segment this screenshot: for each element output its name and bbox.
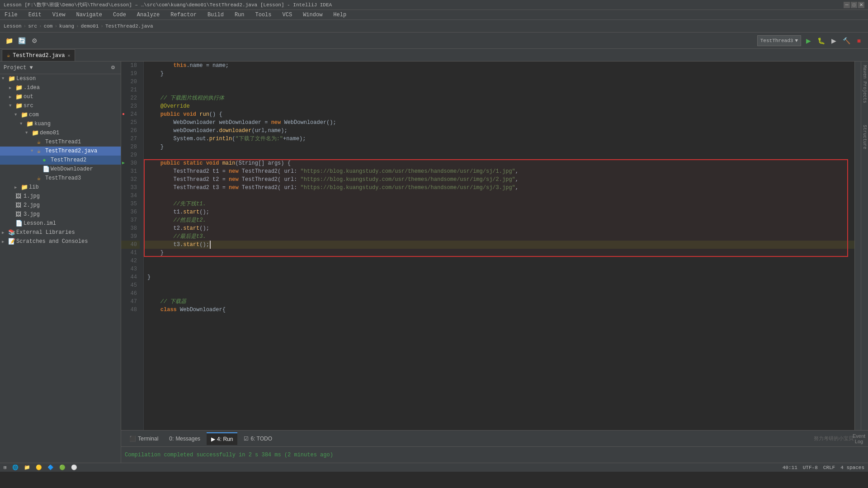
build-button[interactable]: 🔨: [841, 35, 852, 46]
close-button[interactable]: ✕: [858, 2, 864, 8]
breadcrumb-demo01[interactable]: demo01: [81, 24, 99, 29]
code-line-31[interactable]: TestThread2 t1 = new TestThread2( url: "…: [144, 167, 854, 175]
sidebar-item-demo01[interactable]: ▼ 📁 demo01: [0, 128, 121, 137]
sidebar-item-2jpg[interactable]: 🖼 2.jpg: [0, 201, 121, 210]
code-line-20[interactable]: [144, 78, 854, 86]
menu-refactor[interactable]: Refactor: [168, 11, 199, 19]
sidebar-item-external-libraries[interactable]: ▶ 📚 External Libraries: [0, 228, 121, 237]
breadcrumb-lesson[interactable]: Lesson: [4, 24, 22, 29]
sidebar-item-out[interactable]: ▶ 📁 out: [0, 92, 121, 101]
code-line-28[interactable]: }: [144, 143, 854, 151]
sidebar-item-src[interactable]: ▼ 📁 src: [0, 101, 121, 110]
sidebar-item-lib[interactable]: ▶ 📁 lib: [0, 183, 121, 192]
menu-window[interactable]: Window: [300, 11, 325, 19]
menu-build[interactable]: Build: [205, 11, 226, 19]
menu-edit[interactable]: Edit: [26, 11, 44, 19]
code-line-21[interactable]: [144, 86, 854, 94]
todo-tab[interactable]: ☑ 6: TODO: [239, 432, 277, 445]
code-line-43[interactable]: [144, 265, 854, 273]
breadcrumb-src[interactable]: src: [28, 24, 37, 29]
debug-button[interactable]: 🐛: [816, 35, 826, 46]
status-left: ⊞ 🌐 📁 🟡 🔷 🟢 ⚪: [4, 464, 77, 470]
code-line-33[interactable]: TestThread2 t3 = new TestThread2( url: "…: [144, 184, 854, 192]
code-editor[interactable]: 18 19 20 21 22 23 ● 24 25 26 27 28 29 ▶ …: [121, 62, 868, 430]
tab-testthread2[interactable]: ☕ TestThread2.java ✕: [2, 49, 75, 61]
code-line-37[interactable]: //然后是t2.: [144, 216, 854, 224]
sidebar-item-lesson-iml[interactable]: 📄 Lesson.iml: [0, 219, 121, 228]
sidebar-item-testthread2-class[interactable]: ● TestThread2: [0, 156, 121, 165]
code-line-41[interactable]: }: [144, 249, 854, 257]
sidebar-item-3jpg[interactable]: 🖼 3.jpg: [0, 210, 121, 219]
event-log-btn[interactable]: Event Log: [854, 433, 864, 444]
code-line-48[interactable]: class WebDownloader{: [144, 306, 854, 314]
maven-projects-panel-label[interactable]: Maven Projects: [862, 65, 867, 103]
breadcrumb-com[interactable]: com: [44, 24, 53, 29]
sidebar-tree: ▼ 📁 Lesson ▶ 📁 .idea ▶ 📁 out ▼ 📁 src ▼: [0, 74, 121, 463]
tab-bar: ☕ TestThread2.java ✕: [0, 49, 868, 62]
code-line-27[interactable]: System.out.println("下载了文件名为:"+name);: [144, 135, 854, 143]
menu-vcs[interactable]: VCS: [280, 11, 295, 19]
code-line-22[interactable]: // 下载图片线程的执行体: [144, 94, 854, 102]
tab-close-icon[interactable]: ✕: [67, 53, 70, 58]
code-line-40[interactable]: t3.start();: [144, 241, 854, 249]
code-line-39[interactable]: //最后是t3.: [144, 232, 854, 241]
code-line-45[interactable]: [144, 281, 854, 289]
chevron-down-icon: ▼: [795, 38, 798, 43]
bottom-toolbar: ⬛ Terminal 0: Messages ▶ 4: Run ☑ 6: TOD…: [121, 430, 868, 446]
code-line-25[interactable]: WebDownloader webDownloader = new WebDow…: [144, 118, 854, 127]
taskbar-app3: 🟢: [59, 464, 66, 470]
menu-analyze[interactable]: Analyze: [134, 11, 162, 19]
code-content[interactable]: this.name = name; } // 下载图片线程的执行体 @Overr…: [144, 62, 854, 430]
menu-run[interactable]: Run: [232, 11, 247, 19]
menu-view[interactable]: View: [50, 11, 68, 19]
stop-button[interactable]: ■: [854, 35, 864, 46]
terminal-tab[interactable]: ⬛ Terminal: [125, 432, 163, 445]
code-line-34[interactable]: [144, 192, 854, 200]
messages-tab[interactable]: 0: Messages: [165, 432, 205, 445]
code-line-26[interactable]: webDownloader.downloader(url,name);: [144, 127, 854, 135]
menu-file[interactable]: File: [2, 11, 20, 19]
code-line-36[interactable]: t1.start();: [144, 208, 854, 216]
sidebar-settings-btn[interactable]: ⚙: [109, 64, 117, 72]
code-line-38[interactable]: t2.start();: [144, 224, 854, 232]
expand-icon: ▼: [2, 76, 7, 81]
sidebar-item-lesson[interactable]: ▼ 📁 Lesson: [0, 74, 121, 83]
refresh-btn[interactable]: 🔄: [16, 35, 27, 46]
menu-tools[interactable]: Tools: [253, 11, 274, 19]
breadcrumb-file[interactable]: TestThread2.java: [105, 24, 153, 29]
structure-panel-label[interactable]: Structure: [862, 125, 867, 149]
sidebar-item-kuang[interactable]: ▼ 📁 kuang: [0, 119, 121, 128]
code-line-32[interactable]: TestThread2 t2 = new TestThread2( url: "…: [144, 175, 854, 184]
code-line-35[interactable]: //先下线t1.: [144, 200, 854, 208]
menu-help[interactable]: Help: [330, 11, 349, 19]
code-line-18[interactable]: this.name = name;: [144, 62, 854, 70]
sidebar-item-testthread2-java[interactable]: ▼ ☕ TestThread2.java: [0, 147, 121, 156]
code-line-23[interactable]: @Override: [144, 102, 854, 110]
run-tab[interactable]: ▶ 4: Run: [207, 432, 237, 445]
menu-navigate[interactable]: Navigate: [73, 11, 105, 19]
code-line-29[interactable]: [144, 151, 854, 159]
minimize-button[interactable]: ─: [844, 2, 850, 8]
sidebar-item-idea[interactable]: ▶ 📁 .idea: [0, 83, 121, 92]
sidebar-item-testthread1[interactable]: ☕ TestThread1: [0, 137, 121, 147]
maximize-button[interactable]: □: [851, 2, 857, 8]
project-icon-btn[interactable]: 📁: [4, 35, 14, 46]
run-config-selector[interactable]: TestThread3 ▼: [757, 35, 801, 46]
sidebar-item-com[interactable]: ▼ 📁 com: [0, 110, 121, 119]
coverage-button[interactable]: ▶: [828, 35, 839, 46]
code-line-19[interactable]: }: [144, 70, 854, 78]
sidebar-item-testthread3[interactable]: ☕ TestThread3: [0, 174, 121, 183]
menu-code[interactable]: Code: [110, 11, 129, 19]
code-line-46[interactable]: [144, 289, 854, 298]
settings-btn[interactable]: ⚙: [29, 35, 40, 46]
run-button[interactable]: ▶: [803, 35, 814, 46]
sidebar-item-webdownloader[interactable]: 📄 WebDownloader: [0, 165, 121, 174]
sidebar-item-1jpg[interactable]: 🖼 1.jpg: [0, 192, 121, 201]
code-line-47[interactable]: // 下载器: [144, 298, 854, 306]
code-line-44[interactable]: }: [144, 273, 854, 281]
code-line-24[interactable]: public void run() {: [144, 110, 854, 118]
sidebar-item-scratches[interactable]: ▶ 📝 Scratches and Consoles: [0, 237, 121, 246]
breadcrumb-kuang[interactable]: kuang: [59, 24, 74, 29]
code-line-30[interactable]: public static void main(String[] args) {: [144, 159, 854, 167]
code-line-42[interactable]: [144, 257, 854, 265]
